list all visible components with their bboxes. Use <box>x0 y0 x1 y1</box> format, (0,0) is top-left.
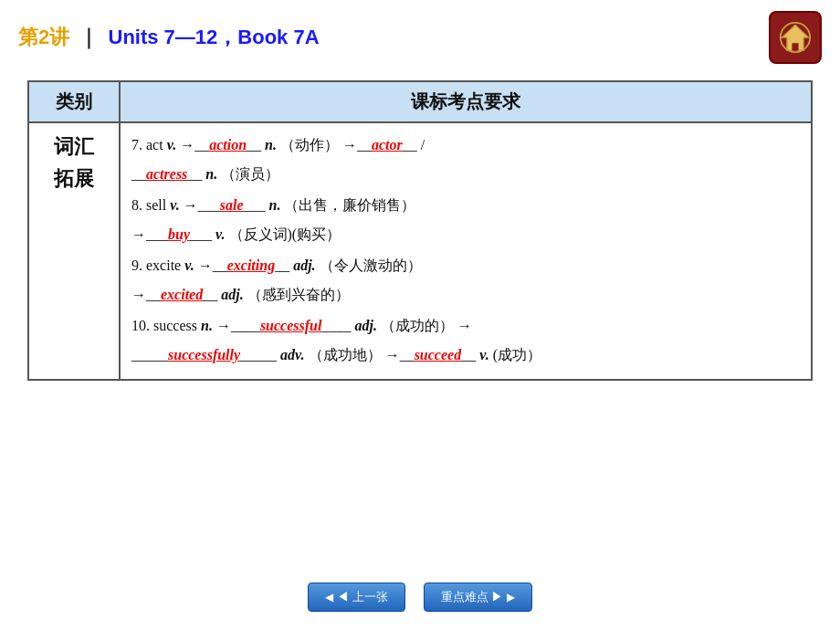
entry-10-v: v. <box>479 347 489 362</box>
entry-7-indent: __ <box>131 166 146 182</box>
entry-7-blank2: actor <box>372 137 403 152</box>
entry-8-line1: 8. sell v. →___sale___ n. （出售，廉价销售） <box>131 191 800 220</box>
entry-7-arrow1b: __ <box>247 137 265 152</box>
entry-7: 7. act v. →__action__ n. （动作） →__actor__… <box>131 131 800 189</box>
entry-8-arrow2: →___ <box>131 226 168 242</box>
col1-header: 类别 <box>28 81 120 122</box>
entry-7-arrow1: →__ <box>180 137 209 152</box>
separator: ｜ <box>79 26 104 48</box>
entry-9-num: 9. excite <box>131 257 184 273</box>
entry-7-line2: __actress__ n. （演员） <box>131 160 800 189</box>
entry-8-arrow2b: ___ <box>190 226 215 242</box>
entry-10: 10. success n. →____successful____ adj. … <box>131 311 800 370</box>
entry-8-cn1: （出售，廉价销售） <box>284 197 415 213</box>
category-cell: 词汇拓展 <box>28 122 120 380</box>
entry-8-v: v. <box>170 197 180 213</box>
category-text: 词汇拓展 <box>54 135 94 190</box>
entry-10-blank3-start: _____ <box>131 347 168 362</box>
entry-10-adj: adj. <box>354 318 376 333</box>
entry-10-arrow1: →____ <box>216 318 260 333</box>
entry-10-arrow2: → <box>457 318 472 333</box>
entry-8-blank1: sale <box>220 197 244 213</box>
entry-9: 9. excite v. →__exciting__ adj. （令人激动的） … <box>131 251 800 310</box>
lecture-label: 第2讲 <box>18 26 69 48</box>
entry-9-arrow1b: __ <box>275 257 293 273</box>
prev-icon: ◀ <box>325 591 333 604</box>
entry-8: 8. sell v. →___sale___ n. （出售，廉价销售） →___… <box>131 191 800 249</box>
entry-8-num: 8. sell <box>131 197 170 213</box>
entry-10-arrow1b: ____ <box>321 318 354 333</box>
entry-9-cn2: （感到兴奋的） <box>247 287 350 302</box>
header: 第2讲 ｜ Units 7—12，Book 7A <box>0 0 840 71</box>
prev-label: ◀ 上一张 <box>337 589 387 605</box>
entry-10-line2: _____successfully_____ adv. （成功地） →__suc… <box>131 341 800 370</box>
entry-7-cn1: （动作） <box>280 137 339 152</box>
prev-button[interactable]: ◀ ◀ 上一张 <box>308 583 404 612</box>
content-area: 类别 课标考点要求 词汇拓展 7. act v. →__action__ n. <box>0 71 840 390</box>
entry-8-n: n. <box>269 197 281 213</box>
next-button[interactable]: 重点难点 ▶ ▶ <box>424 583 532 612</box>
entry-10-arrow3: →__ <box>385 347 415 362</box>
entry-9-cn1: （令人激动的） <box>320 257 422 273</box>
entry-8-cn2: （反义词)(购买） <box>229 226 341 242</box>
units-text: Units 7—12，Book 7A <box>109 26 320 48</box>
entry-9-arrow2: →__ <box>131 287 161 302</box>
svg-rect-1 <box>792 43 798 50</box>
entry-10-cn1: （成功的） <box>381 318 454 333</box>
vocabulary-table: 类别 课标考点要求 词汇拓展 7. act v. →__action__ n. <box>27 80 813 381</box>
home-button[interactable] <box>769 11 822 64</box>
entry-7-num: 7. act <box>131 137 167 152</box>
entry-7-cn2: （演员） <box>221 166 279 182</box>
next-label: 重点难点 ▶ <box>441 589 503 605</box>
entry-8-v2: v. <box>215 226 226 242</box>
entry-10-blank2: successfully <box>168 347 240 362</box>
entry-8-line2: →___buy___ v. （反义词)(购买） <box>131 220 800 249</box>
entry-9-line1: 9. excite v. →__exciting__ adj. （令人激动的） <box>131 251 800 280</box>
col2-header: 课标考点要求 <box>120 81 812 122</box>
page-title: 第2讲 ｜ Units 7—12，Book 7A <box>18 24 320 51</box>
entry-10-num: 10. success <box>131 318 201 333</box>
entry-7-blank3: actress <box>146 166 187 182</box>
entry-10-line1: 10. success n. →____successful____ adj. … <box>131 311 800 341</box>
entry-8-arrow1b: ___ <box>244 197 269 213</box>
entry-10-blank3-end: _____ <box>240 347 280 362</box>
entry-7-blank1: action <box>209 137 247 152</box>
entry-9-blank2: excited <box>161 287 203 302</box>
home-icon <box>779 21 812 54</box>
entry-9-line2: →__excited__ adj. （感到兴奋的） <box>131 280 800 310</box>
entry-10-cn2: （成功地） <box>309 347 382 362</box>
entry-7-blank3b: __ <box>187 166 205 182</box>
entry-8-arrow1: →___ <box>184 197 220 213</box>
entry-7-slash: __ / <box>403 137 425 152</box>
entry-7-n1: n. <box>265 137 277 152</box>
entry-10-n: n. <box>201 318 213 333</box>
entry-9-arrow2b: __ <box>203 287 221 302</box>
entry-9-arrow1: →__ <box>198 257 227 273</box>
entry-10-blank3: succeed <box>415 347 462 362</box>
entry-7-line1: 7. act v. →__action__ n. （动作） →__actor__… <box>131 131 800 160</box>
bottom-navigation: ◀ ◀ 上一张 重点难点 ▶ ▶ <box>0 583 840 612</box>
entry-7-v: v. <box>167 137 177 152</box>
entry-10-arrow3b: __ <box>461 347 479 362</box>
entry-9-v: v. <box>184 257 194 273</box>
entry-8-blank2: buy <box>168 226 190 242</box>
entry-7-n2: n. <box>205 166 217 182</box>
next-icon: ▶ <box>507 591 515 604</box>
entry-9-adj2: adj. <box>221 287 243 302</box>
entry-10-adv: adv. <box>280 347 305 362</box>
entry-9-blank1: exciting <box>227 257 275 273</box>
content-cell: 7. act v. →__action__ n. （动作） →__actor__… <box>120 122 812 380</box>
entry-7-arrow2: →__ <box>342 137 372 152</box>
entry-9-adj1: adj. <box>293 257 315 273</box>
entry-10-cn3: (成功） <box>493 347 541 362</box>
entry-10-blank1: successful <box>260 318 322 333</box>
